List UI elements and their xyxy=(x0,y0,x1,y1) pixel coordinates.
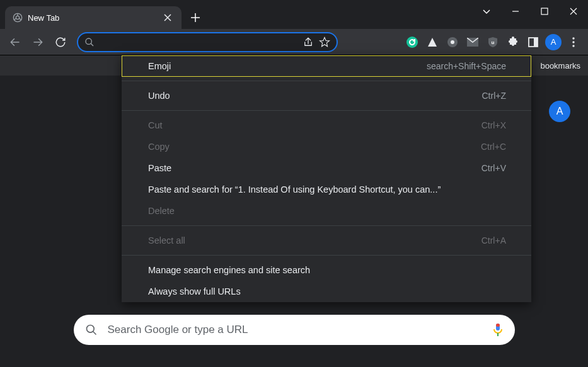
svg-point-1 xyxy=(16,16,19,19)
menu-item-shortcut: Ctrl+Z xyxy=(482,91,507,101)
triangle-icon[interactable] xyxy=(423,33,442,52)
svg-text:u: u xyxy=(492,40,495,45)
menu-item-shortcut: search+Shift+Space xyxy=(427,61,506,71)
close-button[interactable] xyxy=(559,0,588,23)
menu-item-label: Delete xyxy=(148,206,506,216)
circle-icon[interactable] xyxy=(443,33,462,52)
minimize-button[interactable] xyxy=(501,0,530,23)
titlebar: New Tab xyxy=(0,0,588,29)
menu-item: CopyCtrl+C xyxy=(122,136,531,157)
search-icon xyxy=(85,324,98,336)
menu-item[interactable]: PasteCtrl+V xyxy=(122,157,531,179)
menu-item: Select allCtrl+A xyxy=(122,230,531,251)
ublock-icon[interactable]: u xyxy=(483,33,502,52)
omnibox[interactable] xyxy=(77,32,338,52)
context-menu: Emojisearch+Shift+SpaceUndoCtrl+ZCutCtrl… xyxy=(122,55,531,302)
svg-rect-16 xyxy=(496,324,500,327)
menu-item-label: Undo xyxy=(148,91,482,101)
reload-button[interactable] xyxy=(50,32,71,52)
menu-item[interactable]: Paste and search for “1. Instead Of usin… xyxy=(122,179,531,200)
search-box[interactable] xyxy=(74,315,515,345)
menu-item[interactable]: Emojisearch+Shift+Space xyxy=(122,55,531,77)
menu-item-label: Paste and search for “1. Instead Of usin… xyxy=(148,184,506,195)
menu-item: CutCtrl+X xyxy=(122,115,531,136)
bookmark-star-icon[interactable] xyxy=(319,37,330,48)
tab-title: New Tab xyxy=(28,13,159,23)
svg-rect-2 xyxy=(541,8,548,14)
reader-icon[interactable] xyxy=(524,33,543,52)
menu-item-shortcut: Ctrl+A xyxy=(481,235,506,246)
profile-avatar[interactable]: A xyxy=(549,101,570,122)
extensions-puzzle-icon[interactable] xyxy=(504,33,522,52)
chrome-favicon-icon xyxy=(13,13,23,23)
menu-separator xyxy=(122,225,531,226)
menu-item-label: Emoji xyxy=(148,61,427,71)
svg-point-14 xyxy=(86,325,94,333)
gmail-icon[interactable] xyxy=(463,33,482,52)
search-icon xyxy=(84,37,95,47)
search-input[interactable] xyxy=(108,324,482,336)
omnibox-input[interactable] xyxy=(100,37,297,47)
browser-tab[interactable]: New Tab xyxy=(5,6,182,29)
avatar[interactable]: A xyxy=(545,34,562,50)
toolbar: u A xyxy=(0,29,588,55)
svg-point-12 xyxy=(572,41,574,43)
menu-item-label: Always show full URLs xyxy=(148,286,506,296)
menu-item-shortcut: Ctrl+X xyxy=(481,120,506,130)
dropdown-icon[interactable] xyxy=(472,0,501,23)
mic-icon[interactable] xyxy=(492,323,504,337)
menu-item[interactable]: UndoCtrl+Z xyxy=(122,85,531,106)
menu-separator xyxy=(122,110,531,111)
svg-point-3 xyxy=(86,38,91,44)
tab-close-icon[interactable] xyxy=(164,14,174,21)
svg-point-6 xyxy=(451,40,454,44)
menu-item-shortcut: Ctrl+V xyxy=(481,163,506,173)
forward-button[interactable] xyxy=(28,32,48,52)
share-icon[interactable] xyxy=(303,37,314,48)
menu-item-label: Copy xyxy=(148,142,481,152)
svg-point-11 xyxy=(572,37,574,39)
menu-item-label: Paste xyxy=(148,163,481,173)
window-controls xyxy=(472,0,588,23)
new-tab-button[interactable] xyxy=(187,9,204,26)
svg-point-4 xyxy=(406,37,418,48)
menu-item-label: Select all xyxy=(148,235,481,246)
menu-item: Delete xyxy=(122,200,531,222)
bookmarks-bar-text: bookmarks xyxy=(540,61,580,71)
menu-separator xyxy=(122,255,531,256)
svg-point-13 xyxy=(572,45,574,47)
menu-item[interactable]: Always show full URLs xyxy=(122,281,531,302)
back-button[interactable] xyxy=(5,32,25,52)
menu-item-shortcut: Ctrl+C xyxy=(481,142,506,152)
menu-item-label: Manage search engines and site search xyxy=(148,265,506,275)
svg-rect-10 xyxy=(534,38,538,47)
kebab-menu-icon[interactable] xyxy=(564,33,583,52)
extension-icons: u A xyxy=(403,33,583,52)
menu-separator xyxy=(122,81,531,81)
maximize-button[interactable] xyxy=(530,0,559,23)
menu-item-label: Cut xyxy=(148,120,481,130)
menu-item[interactable]: Manage search engines and site search xyxy=(122,259,531,281)
grammarly-icon[interactable] xyxy=(403,33,422,52)
